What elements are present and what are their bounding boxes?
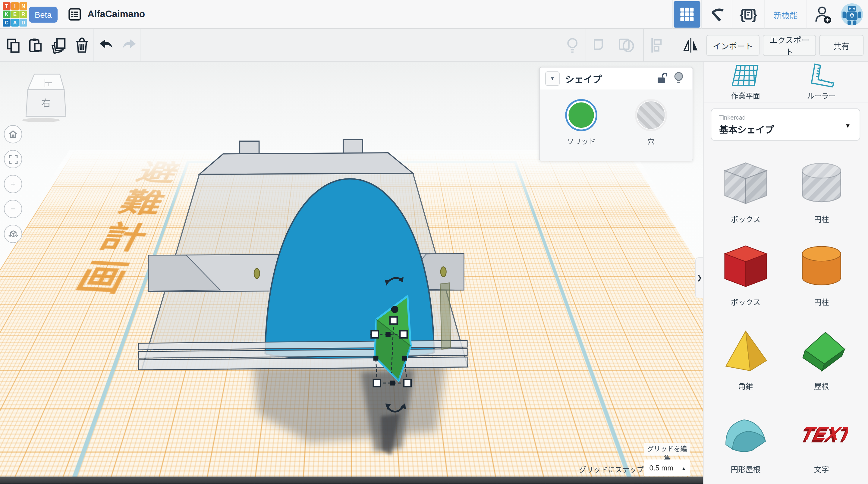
ruler-tool-label: ルーラー: [788, 90, 855, 101]
divider: [672, 0, 673, 29]
new-features-link[interactable]: 新機能: [765, 0, 807, 29]
car-right-edge-detail: [440, 283, 451, 349]
hole-swatch[interactable]: [635, 99, 667, 131]
unlock-icon[interactable]: [653, 72, 671, 86]
workplane-tool-label: 作業平面: [712, 90, 779, 101]
delete-button[interactable]: [71, 34, 93, 56]
view-cube-top-label: 上: [43, 79, 53, 87]
logo-tile: N: [19, 2, 27, 10]
shape-item-pyramid[interactable]: 角錐: [712, 327, 779, 391]
viewport-3d[interactable]: 避難計画: [0, 62, 703, 484]
car-hinge-left: [254, 269, 259, 278]
codeblocks-icon[interactable]: {}: [732, 0, 764, 29]
avatar[interactable]: [839, 0, 868, 29]
shape-label: 円柱: [788, 213, 855, 224]
logo-tile: A: [11, 19, 19, 27]
snap-grid-value: 0.5 mm: [649, 463, 673, 472]
blocks-view-button-active[interactable]: [673, 1, 700, 28]
view-controls: + −: [4, 125, 23, 249]
import-button[interactable]: インポート: [707, 35, 760, 56]
lightbulb-icon[interactable]: [670, 71, 687, 86]
shape-label: 円形屋根: [712, 463, 779, 474]
perspective-toggle-button[interactable]: [4, 225, 22, 243]
duplicate-button[interactable]: [48, 34, 70, 56]
shape-label: 屋根: [788, 380, 855, 391]
logo-tile: E: [11, 10, 19, 19]
share-button[interactable]: 共有: [819, 35, 864, 56]
svg-text:TEXT: TEXT: [800, 423, 848, 444]
sidebar-tools-row: 作業平面 ルーラー: [704, 62, 868, 102]
paste-button[interactable]: [24, 34, 46, 56]
zoom-in-button[interactable]: +: [4, 175, 22, 193]
logo-tile: D: [19, 19, 27, 27]
zoom-out-button[interactable]: −: [4, 200, 22, 218]
show-all-button-disabled[interactable]: [561, 34, 583, 56]
height-handle-dot[interactable]: [391, 306, 398, 313]
view-cube[interactable]: 上 右: [13, 67, 66, 123]
ungroup-button-disabled[interactable]: [615, 34, 638, 56]
minecraft-pickaxe-icon[interactable]: [702, 0, 732, 29]
tinkercad-logo[interactable]: T I N K E R C A D: [3, 2, 27, 27]
invite-user-icon[interactable]: [807, 0, 839, 29]
shape-item-round-roof[interactable]: 円形屋根: [712, 410, 779, 474]
shape-item-text[interactable]: TEXT TEXT 文字: [788, 410, 855, 474]
divider: [586, 29, 586, 62]
top-bar: T I N K E R C A D Beta AlfaCaimano: [0, 0, 868, 29]
shapes-sidebar: 作業平面 ルーラー Tinkercad 基本シェイプ ▼: [703, 62, 868, 484]
align-button-disabled[interactable]: [646, 34, 668, 56]
logo-tile: T: [3, 2, 10, 10]
workplane-tool[interactable]: 作業平面: [712, 63, 779, 101]
shape-item-cylinder-solid[interactable]: 円柱: [788, 242, 855, 307]
beta-button[interactable]: Beta: [29, 7, 58, 23]
edit-grid-button[interactable]: グリッドを編集: [644, 443, 690, 455]
shape-label: ボックス: [712, 296, 779, 307]
export-button[interactable]: エクスポート: [763, 35, 816, 56]
collapse-panel-button[interactable]: ▼: [545, 71, 560, 86]
hole-label: 穴: [621, 135, 681, 146]
divider: [93, 29, 94, 62]
home-view-button[interactable]: [4, 125, 22, 144]
logo-tile: C: [3, 19, 10, 27]
shape-item-box-hole[interactable]: ボックス: [712, 159, 779, 224]
library-name: 基本シェイプ: [719, 122, 852, 135]
sidebar-collapse-tab[interactable]: ❯: [695, 258, 703, 298]
shape-item-roof[interactable]: 屋根: [788, 327, 855, 391]
shape-label: 円柱: [788, 296, 855, 307]
shape-label: 角錐: [712, 380, 779, 391]
caret-up-icon: ▲: [681, 466, 686, 471]
shape-label: ボックス: [712, 213, 779, 224]
inspector-header: ▼ シェイプ: [540, 67, 692, 90]
mirror-button[interactable]: [680, 34, 702, 56]
undo-button[interactable]: [95, 34, 117, 56]
car-shadow: [253, 361, 446, 443]
workplane-front-edge: [0, 477, 703, 484]
logo-tile: R: [19, 10, 27, 19]
snap-to-grid-label: グリッドにスナップ: [579, 464, 644, 474]
copy-button[interactable]: [2, 34, 24, 56]
shape-item-cylinder-hole[interactable]: 円柱: [788, 159, 855, 224]
group-button-disabled[interactable]: [590, 34, 612, 56]
car-hinge-right: [441, 267, 446, 277]
solid-swatch-selected[interactable]: [565, 99, 597, 131]
svg-text:{: {: [739, 6, 745, 22]
inspector-body: ソリッド 穴: [540, 90, 692, 161]
car-roof-panel[interactable]: [199, 153, 413, 175]
fit-view-button[interactable]: [4, 150, 22, 169]
inspector-title: シェイプ: [565, 72, 652, 85]
shape-inspector-panel: ▼ シェイプ ソリッド 穴: [539, 67, 693, 161]
shape-item-box-solid[interactable]: ボックス: [712, 242, 779, 307]
snap-grid-select[interactable]: 0.5 mm ▲: [644, 459, 690, 476]
ruler-tool[interactable]: ルーラー: [788, 63, 855, 101]
solid-label: ソリッド: [551, 135, 612, 146]
divider: [141, 29, 141, 62]
logo-tile: I: [11, 2, 19, 10]
design-list-icon[interactable]: [68, 8, 82, 21]
shape-label: 文字: [788, 463, 855, 474]
shape-library-select[interactable]: Tinkercad 基本シェイプ ▼: [711, 109, 860, 141]
car-model[interactable]: [138, 140, 468, 370]
logo-tile: K: [3, 10, 10, 19]
redo-button-disabled[interactable]: [119, 34, 141, 56]
library-brand: Tinkercad: [719, 114, 852, 120]
caret-down-icon: ▼: [845, 122, 851, 129]
top-bar-right: {} 新機能: [672, 0, 868, 29]
